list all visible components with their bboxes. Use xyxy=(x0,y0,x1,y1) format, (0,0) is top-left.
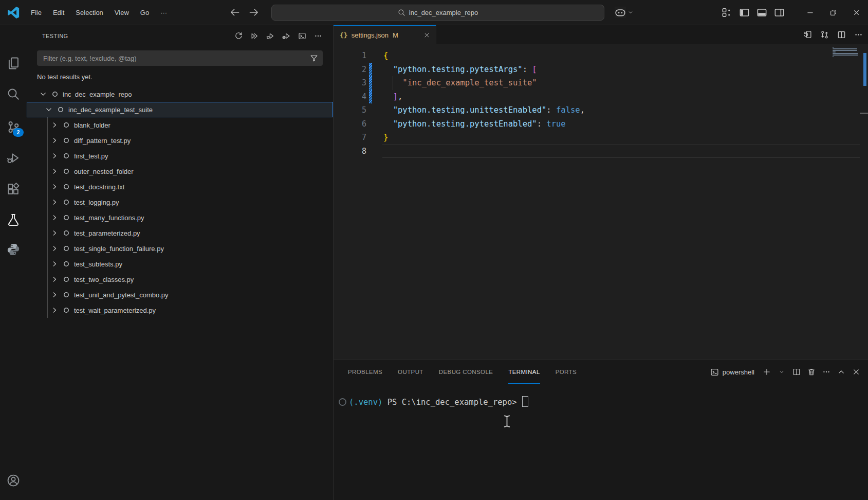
chevron-right-icon[interactable] xyxy=(50,306,59,314)
chevron-right-icon[interactable] xyxy=(50,291,59,299)
menu-edit[interactable]: Edit xyxy=(47,5,70,20)
chevron-right-icon[interactable] xyxy=(50,260,59,268)
test-tree-item[interactable]: test_docstring.txt xyxy=(27,179,333,194)
toggle-primary-sidebar-button[interactable] xyxy=(739,7,750,18)
menu-go[interactable]: Go xyxy=(135,5,155,20)
chevron-right-icon[interactable] xyxy=(50,183,59,191)
chevron-right-icon[interactable] xyxy=(50,229,59,237)
activity-item-run-and-debug[interactable] xyxy=(0,146,27,170)
run-tests-button[interactable] xyxy=(249,30,260,42)
split-editor-button[interactable] xyxy=(835,28,848,41)
activity-item-python[interactable] xyxy=(0,237,27,262)
activity-item-source-control[interactable]: 2 xyxy=(0,115,27,139)
code-line: 1{ xyxy=(334,49,868,63)
test-item-label: test_logging.py xyxy=(74,199,119,206)
test-tree-item[interactable]: test_single_function_failure.py xyxy=(27,241,333,256)
panel-tab-output[interactable]: OUTPUT xyxy=(398,360,423,384)
overview-ruler-cursor-marker xyxy=(860,113,868,114)
compare-changes-button[interactable] xyxy=(818,28,831,41)
show-output-button[interactable] xyxy=(297,30,308,42)
test-status-icon xyxy=(62,198,70,206)
test-filter-input[interactable] xyxy=(42,54,310,63)
menu-file[interactable]: File xyxy=(25,5,47,20)
test-tree-item[interactable]: test_many_functions.py xyxy=(27,210,333,225)
menu-view[interactable]: View xyxy=(109,5,135,20)
test-tree-item[interactable]: inc_dec_example_test_suite xyxy=(27,102,333,117)
test-tree-item[interactable]: diff_pattern_test.py xyxy=(27,133,333,148)
chevron-down-icon[interactable] xyxy=(39,90,47,98)
test-tree-item[interactable]: test_unit_and_pytest_combo.py xyxy=(27,287,333,302)
filter-icon[interactable] xyxy=(310,54,318,62)
minimap[interactable] xyxy=(833,47,859,59)
test-tree-item[interactable]: inc_dec_example_repo xyxy=(27,86,333,102)
chevron-down-icon xyxy=(627,9,634,15)
toggle-panel-button[interactable] xyxy=(756,7,767,18)
chevron-right-icon[interactable] xyxy=(50,167,59,175)
more-actions-button[interactable] xyxy=(852,28,865,41)
toggle-secondary-sidebar-button[interactable] xyxy=(774,7,785,18)
terminal-shell-chip[interactable]: powershell xyxy=(710,368,754,377)
go-back-button[interactable] xyxy=(229,7,241,18)
code-editor[interactable]: 1{2"python.testing.pytestArgs": [3"inc_d… xyxy=(334,44,868,360)
menu-overflow[interactable]: ··· xyxy=(155,5,173,20)
command-center-search[interactable]: inc_dec_example_repo xyxy=(271,5,604,21)
panel-tab-ports[interactable]: PORTS xyxy=(556,360,577,384)
activity-item-accounts[interactable] xyxy=(0,468,27,493)
menu-selection[interactable]: Selection xyxy=(70,5,108,20)
more-actions-button[interactable] xyxy=(312,30,324,42)
chevron-right-icon[interactable] xyxy=(50,121,59,129)
copilot-button[interactable] xyxy=(615,7,634,18)
chevron-down-icon[interactable] xyxy=(45,105,53,114)
test-filter-box[interactable] xyxy=(37,50,323,66)
code-line-content: } xyxy=(383,131,388,145)
kill-terminal-button[interactable] xyxy=(804,365,818,379)
panel-tab-terminal[interactable]: TERMINAL xyxy=(508,360,540,384)
more-actions-button[interactable] xyxy=(819,365,833,379)
customize-layout-button[interactable] xyxy=(722,7,732,18)
chevron-right-icon[interactable] xyxy=(50,275,59,283)
refresh-tests-button[interactable] xyxy=(233,30,244,42)
close-panel-button[interactable] xyxy=(849,365,863,379)
activity-item-explorer[interactable] xyxy=(0,51,27,76)
maximize-panel-button[interactable] xyxy=(834,365,848,379)
debug-tests-button[interactable] xyxy=(265,30,276,42)
chevron-right-icon[interactable] xyxy=(50,213,59,222)
chevron-right-icon[interactable] xyxy=(50,152,59,160)
test-tree-item[interactable]: test_two_classes.py xyxy=(27,272,333,287)
test-status-icon xyxy=(62,275,70,283)
test-tree-item[interactable]: blank_folder xyxy=(27,117,333,133)
chevron-right-icon[interactable] xyxy=(50,244,59,253)
maximize-restore-button[interactable] xyxy=(822,0,845,25)
test-tree-item[interactable]: test_subtests.py xyxy=(27,256,333,272)
test-item-label: test_two_classes.py xyxy=(74,276,134,283)
chevron-right-icon[interactable] xyxy=(50,198,59,206)
run-tests-with-coverage-button[interactable] xyxy=(281,30,292,42)
test-tree-item[interactable]: first_test.py xyxy=(27,148,333,164)
activity-item-testing[interactable] xyxy=(0,207,27,232)
panel-tab-debug-console[interactable]: DEBUG CONSOLE xyxy=(439,360,493,384)
test-tree-item[interactable]: test_logging.py xyxy=(27,194,333,210)
split-terminal-button[interactable] xyxy=(789,365,803,379)
modified-gutter-marker xyxy=(369,117,372,131)
close-tab-button[interactable] xyxy=(421,30,432,40)
panel-tab-problems[interactable]: PROBLEMS xyxy=(348,360,382,384)
tab-settings-json[interactable]: {} settings.json M xyxy=(334,25,436,44)
activity-item-extensions[interactable] xyxy=(0,176,27,201)
open-changes-button[interactable] xyxy=(801,28,814,41)
chevron-right-icon[interactable] xyxy=(50,136,59,145)
launch-profile-button[interactable] xyxy=(774,365,788,379)
test-tree-item[interactable]: outer_nested_folder xyxy=(27,164,333,179)
new-terminal-button[interactable] xyxy=(760,365,773,379)
go-forward-button[interactable] xyxy=(248,7,260,18)
activity-bar: 2 xyxy=(0,25,27,500)
test-tree-item[interactable]: test_parameterized.py xyxy=(27,225,333,241)
command-decoration-icon[interactable] xyxy=(339,398,346,406)
activity-item-search[interactable] xyxy=(0,82,27,106)
test-status-icon xyxy=(62,306,70,314)
menubar: FileEditSelectionViewGo··· xyxy=(25,5,173,20)
layout-controls xyxy=(722,7,785,18)
terminal-content[interactable]: (.venv) PS C:\inc_dec_example_repo> xyxy=(334,384,868,500)
minimize-button[interactable] xyxy=(799,0,822,25)
close-window-button[interactable] xyxy=(845,0,868,25)
test-tree-item[interactable]: test_wait_parameterized.py xyxy=(27,302,333,318)
